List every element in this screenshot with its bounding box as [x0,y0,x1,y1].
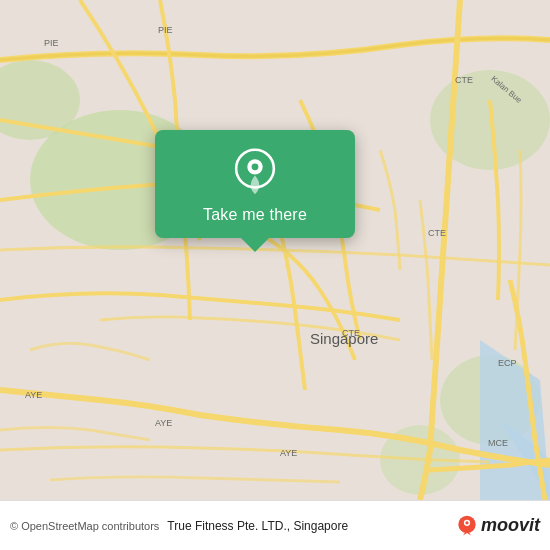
moovit-logo: moovit [456,515,540,537]
svg-point-11 [465,521,468,524]
take-me-there-popup[interactable]: Take me there [155,130,355,238]
bottom-bar: © OpenStreetMap contributors True Fitnes… [0,500,550,550]
map-container: PIE PIE CTE CTE CTE AYE AYE AYE ECP MCE … [0,0,550,500]
attribution-text: © OpenStreetMap contributors [10,520,159,532]
location-pin-icon [231,148,279,196]
moovit-brand-text: moovit [481,515,540,536]
location-info: True Fitness Pte. LTD., Singapore [167,519,456,533]
take-me-there-label[interactable]: Take me there [203,206,307,224]
location-city: Singapore [293,519,348,533]
moovit-logo-icon [456,515,478,537]
svg-point-8 [252,163,259,170]
location-name: True Fitness Pte. LTD., [167,519,293,533]
